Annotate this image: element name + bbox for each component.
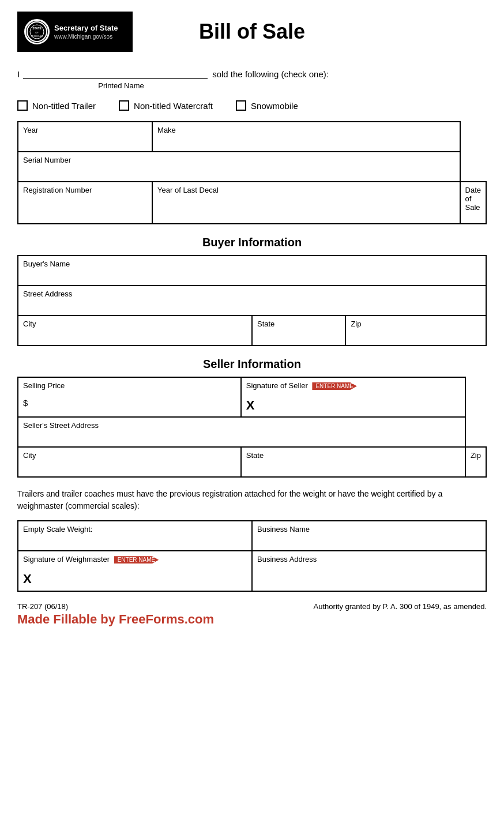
serial-label: Serial Number: [23, 156, 455, 164]
sos-seal-icon: STATE OF MICHIGAN: [24, 19, 50, 44]
checkboxes-row: Non-titled Trailer Non-titled Watercraft…: [17, 100, 487, 111]
weighmaster-sig-x: X: [23, 572, 247, 587]
form-number: TR-207 (06/18): [17, 602, 68, 611]
checkbox-non-titled-watercraft[interactable]: Non-titled Watercraft: [119, 100, 213, 111]
checkbox-snowmobile[interactable]: Snowmobile: [236, 100, 298, 111]
seller-zip-label: Zip: [471, 451, 481, 460]
seller-sig-x: X: [246, 398, 460, 413]
sos-badge: STATE OF MICHIGAN Secretary of State www…: [17, 12, 133, 52]
checkbox-box-trailer[interactable]: [17, 100, 28, 111]
weighmaster-sig-arrow: ENTER NAME: [114, 556, 159, 563]
seller-heading: Seller Information: [17, 358, 487, 371]
seller-sig-cell: Signature of Seller ENTER NAME X: [241, 377, 465, 417]
dollar-sign: $: [23, 398, 236, 408]
buyer-name-cell: Buyer's Name: [18, 256, 486, 285]
vehicle-sale-cell: Date of Sale: [460, 182, 486, 224]
business-address-cell: Business Address: [252, 551, 486, 591]
sos-title: Secretary of State: [54, 24, 118, 33]
seller-price-cell: Selling Price $: [18, 377, 241, 417]
vehicle-make-cell: Make: [152, 122, 460, 152]
sold-line: I sold the following (check one):: [17, 69, 487, 79]
sold-line-text: sold the following (check one):: [212, 69, 329, 79]
vehicle-decal-cell: Year of Last Decal: [152, 182, 460, 224]
weighmaster-sig-cell: Signature of Weighmaster ENTER NAME X: [18, 551, 252, 591]
weight-table: Empty Scale Weight: Business Name Signat…: [17, 520, 487, 592]
buyer-name-row: Buyer's Name: [18, 256, 486, 285]
vehicle-row-serial: Serial Number: [18, 152, 486, 182]
seller-city-label: City: [23, 451, 236, 460]
page-title: Bill of Sale: [133, 20, 487, 44]
svg-text:OF: OF: [35, 31, 39, 34]
make-label: Make: [157, 126, 454, 134]
buyer-state-label: State: [257, 320, 340, 328]
decal-label: Year of Last Decal: [157, 186, 454, 194]
buyer-table: Buyer's Name Street Address City State Z…: [17, 255, 487, 346]
buyer-name-label: Buyer's Name: [23, 260, 481, 268]
checkbox-non-titled-trailer[interactable]: Non-titled Trailer: [17, 100, 96, 111]
footer: TR-207 (06/18) Authority granted by P. A…: [17, 602, 487, 627]
buyer-address-cell: Street Address: [18, 285, 486, 315]
checkbox-label-snowmobile: Snowmobile: [251, 101, 298, 111]
seller-zip-cell: Zip: [465, 447, 486, 477]
business-name-label: Business Name: [257, 525, 481, 534]
empty-scale-label: Empty Scale Weight:: [23, 525, 247, 534]
buyer-city-row: City State Zip: [18, 315, 486, 345]
vehicle-serial-cell: Serial Number: [18, 152, 460, 182]
reg-label: Registration Number: [23, 186, 147, 194]
year-label: Year: [23, 126, 147, 134]
seller-state-label: State: [246, 451, 460, 460]
svg-text:STATE: STATE: [32, 27, 42, 30]
seller-price-sig-row: Selling Price $ Signature of Seller ENTE…: [18, 377, 486, 417]
sold-line-i: I: [17, 69, 20, 79]
weighmaster-sig-label: Signature of Weighmaster ENTER NAME: [23, 555, 247, 563]
buyer-address-row: Street Address: [18, 285, 486, 315]
seller-street-row: Seller's Street Address: [18, 417, 486, 447]
trailer-note: Trailers and trailer coaches must have t…: [17, 488, 487, 512]
checkbox-label-watercraft: Non-titled Watercraft: [134, 101, 213, 111]
empty-scale-cell: Empty Scale Weight:: [18, 521, 252, 551]
svg-text:MICHIGAN: MICHIGAN: [31, 35, 43, 37]
seller-sig-arrow: ENTER NAME: [312, 382, 357, 390]
business-name-cell: Business Name: [252, 521, 486, 551]
vehicle-reg-cell: Registration Number: [18, 182, 152, 224]
seller-street-cell: Seller's Street Address: [18, 417, 465, 447]
weight-row-2: Signature of Weighmaster ENTER NAME X Bu…: [18, 551, 486, 591]
business-address-label: Business Address: [257, 555, 481, 563]
vehicle-row-reg: Registration Number Year of Last Decal D…: [18, 182, 486, 224]
checkbox-box-snowmobile[interactable]: [236, 100, 246, 111]
weight-row-1: Empty Scale Weight: Business Name: [18, 521, 486, 551]
sos-url: www.Michigan.gov/sos: [54, 33, 118, 40]
seller-street-label: Seller's Street Address: [23, 421, 460, 430]
buyer-heading: Buyer Information: [17, 236, 487, 249]
sos-text: Secretary of State www.Michigan.gov/sos: [54, 24, 118, 40]
sale-date-label: Date of Sale: [465, 186, 481, 212]
seller-state-cell: State: [241, 447, 465, 477]
seller-sig-label: Signature of Seller ENTER NAME: [246, 381, 460, 390]
selling-price-label: Selling Price: [23, 381, 236, 390]
seller-table: Selling Price $ Signature of Seller ENTE…: [17, 377, 487, 478]
buyer-zip-label: Zip: [351, 320, 481, 328]
seller-city-row: City State Zip: [18, 447, 486, 477]
vehicle-year-cell: Year: [18, 122, 152, 152]
checkbox-label-trailer: Non-titled Trailer: [32, 101, 96, 111]
footer-fillable: Made Fillable by FreeForms.com: [17, 612, 487, 627]
vehicle-table: Year Make Serial Number Registration Num…: [17, 121, 487, 224]
buyer-zip-cell: Zip: [345, 315, 486, 345]
buyer-state-cell: State: [252, 315, 345, 345]
checkbox-box-watercraft[interactable]: [119, 100, 129, 111]
authority-text: Authority granted by P. A. 300 of 1949, …: [314, 602, 487, 611]
buyer-city-cell: City: [18, 315, 252, 345]
buyer-city-label: City: [23, 320, 247, 328]
buyer-street-label: Street Address: [23, 290, 481, 298]
printed-name-label: Printed Name: [17, 81, 213, 90]
vehicle-row-year-make: Year Make: [18, 122, 486, 152]
page-header: STATE OF MICHIGAN Secretary of State www…: [17, 12, 487, 52]
name-underline: [23, 78, 208, 79]
footer-top: TR-207 (06/18) Authority granted by P. A…: [17, 602, 487, 611]
seller-city-cell: City: [18, 447, 241, 477]
